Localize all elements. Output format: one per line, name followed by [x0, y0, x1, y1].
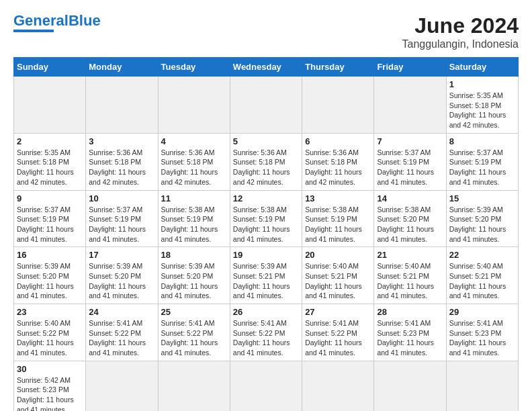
calendar-cell	[446, 361, 518, 411]
header-day: Monday	[86, 58, 158, 77]
day-info: Sunrise: 5:41 AM Sunset: 5:22 PM Dayligh…	[233, 318, 299, 358]
day-number: 17	[89, 250, 154, 260]
day-number: 28	[377, 307, 443, 317]
calendar-cell: 12Sunrise: 5:38 AM Sunset: 5:19 PM Dayli…	[230, 190, 302, 247]
calendar-cell: 14Sunrise: 5:38 AM Sunset: 5:20 PM Dayli…	[374, 190, 446, 247]
day-info: Sunrise: 5:39 AM Sunset: 5:20 PM Dayligh…	[17, 261, 83, 301]
calendar-cell: 4Sunrise: 5:36 AM Sunset: 5:18 PM Daylig…	[158, 133, 230, 190]
calendar-week-row: 16Sunrise: 5:39 AM Sunset: 5:20 PM Dayli…	[14, 247, 519, 304]
calendar-cell	[230, 77, 302, 134]
header-row: SundayMondayTuesdayWednesdayThursdayFrid…	[14, 58, 519, 77]
calendar-cell: 1Sunrise: 5:35 AM Sunset: 5:18 PM Daylig…	[446, 77, 518, 134]
day-number: 14	[377, 193, 443, 203]
day-number: 27	[305, 307, 371, 317]
day-info: Sunrise: 5:38 AM Sunset: 5:20 PM Dayligh…	[377, 205, 443, 244]
calendar-cell: 18Sunrise: 5:39 AM Sunset: 5:20 PM Dayli…	[158, 247, 230, 304]
calendar-week-row: 23Sunrise: 5:40 AM Sunset: 5:22 PM Dayli…	[14, 304, 519, 361]
day-info: Sunrise: 5:41 AM Sunset: 5:23 PM Dayligh…	[449, 318, 515, 358]
calendar-cell: 30Sunrise: 5:42 AM Sunset: 5:23 PM Dayli…	[14, 361, 86, 411]
day-number: 22	[449, 250, 515, 260]
day-info: Sunrise: 5:40 AM Sunset: 5:21 PM Dayligh…	[305, 261, 371, 301]
day-number: 3	[89, 136, 154, 146]
calendar-cell: 25Sunrise: 5:41 AM Sunset: 5:22 PM Dayli…	[158, 304, 230, 361]
day-info: Sunrise: 5:41 AM Sunset: 5:23 PM Dayligh…	[377, 318, 443, 358]
calendar-cell: 24Sunrise: 5:41 AM Sunset: 5:22 PM Dayli…	[86, 304, 158, 361]
calendar-cell: 23Sunrise: 5:40 AM Sunset: 5:22 PM Dayli…	[14, 304, 86, 361]
day-info: Sunrise: 5:41 AM Sunset: 5:22 PM Dayligh…	[89, 318, 154, 358]
calendar-cell: 8Sunrise: 5:37 AM Sunset: 5:19 PM Daylig…	[446, 133, 518, 190]
day-info: Sunrise: 5:35 AM Sunset: 5:18 PM Dayligh…	[449, 91, 515, 130]
calendar-cell	[374, 361, 446, 411]
day-info: Sunrise: 5:41 AM Sunset: 5:22 PM Dayligh…	[161, 318, 227, 358]
day-info: Sunrise: 5:40 AM Sunset: 5:21 PM Dayligh…	[449, 261, 515, 301]
day-info: Sunrise: 5:38 AM Sunset: 5:19 PM Dayligh…	[305, 205, 371, 244]
logo-text: GeneralBlue	[13, 13, 101, 28]
calendar-cell	[302, 77, 374, 134]
calendar-cell: 27Sunrise: 5:41 AM Sunset: 5:22 PM Dayli…	[302, 304, 374, 361]
day-info: Sunrise: 5:37 AM Sunset: 5:19 PM Dayligh…	[89, 205, 154, 244]
day-number: 30	[17, 364, 83, 374]
day-number: 2	[17, 136, 83, 146]
day-number: 16	[17, 250, 83, 260]
calendar-cell: 5Sunrise: 5:36 AM Sunset: 5:18 PM Daylig…	[230, 133, 302, 190]
day-info: Sunrise: 5:40 AM Sunset: 5:21 PM Dayligh…	[377, 261, 443, 301]
calendar-table: SundayMondayTuesdayWednesdayThursdayFrid…	[13, 57, 519, 411]
day-info: Sunrise: 5:39 AM Sunset: 5:20 PM Dayligh…	[449, 205, 515, 244]
calendar-cell	[14, 77, 86, 134]
calendar-body: 1Sunrise: 5:35 AM Sunset: 5:18 PM Daylig…	[14, 77, 519, 412]
day-info: Sunrise: 5:36 AM Sunset: 5:18 PM Dayligh…	[305, 148, 371, 187]
title-block: June 2024 Tanggulangin, Indonesia	[402, 13, 519, 50]
day-info: Sunrise: 5:39 AM Sunset: 5:21 PM Dayligh…	[233, 261, 299, 301]
day-number: 1	[449, 79, 515, 89]
calendar-cell: 3Sunrise: 5:36 AM Sunset: 5:18 PM Daylig…	[86, 133, 158, 190]
calendar-cell: 17Sunrise: 5:39 AM Sunset: 5:20 PM Dayli…	[86, 247, 158, 304]
day-info: Sunrise: 5:36 AM Sunset: 5:18 PM Dayligh…	[161, 148, 227, 187]
calendar-cell: 22Sunrise: 5:40 AM Sunset: 5:21 PM Dayli…	[446, 247, 518, 304]
calendar-cell: 26Sunrise: 5:41 AM Sunset: 5:22 PM Dayli…	[230, 304, 302, 361]
header-day: Friday	[374, 58, 446, 77]
day-number: 10	[89, 193, 154, 203]
day-number: 5	[233, 136, 299, 146]
day-info: Sunrise: 5:35 AM Sunset: 5:18 PM Dayligh…	[17, 148, 83, 187]
day-info: Sunrise: 5:38 AM Sunset: 5:19 PM Dayligh…	[233, 205, 299, 244]
calendar-cell: 16Sunrise: 5:39 AM Sunset: 5:20 PM Dayli…	[14, 247, 86, 304]
calendar-cell: 7Sunrise: 5:37 AM Sunset: 5:19 PM Daylig…	[374, 133, 446, 190]
page-header: GeneralBlue June 2024 Tanggulangin, Indo…	[13, 13, 519, 50]
day-info: Sunrise: 5:36 AM Sunset: 5:18 PM Dayligh…	[89, 148, 154, 187]
day-number: 21	[377, 250, 443, 260]
calendar-cell: 19Sunrise: 5:39 AM Sunset: 5:21 PM Dayli…	[230, 247, 302, 304]
day-number: 7	[377, 136, 443, 146]
calendar-cell	[302, 361, 374, 411]
logo-bar	[13, 30, 54, 32]
calendar-cell: 9Sunrise: 5:37 AM Sunset: 5:19 PM Daylig…	[14, 190, 86, 247]
day-number: 15	[449, 193, 515, 203]
day-info: Sunrise: 5:39 AM Sunset: 5:20 PM Dayligh…	[161, 261, 227, 301]
day-number: 20	[305, 250, 371, 260]
calendar-week-row: 1Sunrise: 5:35 AM Sunset: 5:18 PM Daylig…	[14, 77, 519, 134]
day-number: 9	[17, 193, 83, 203]
day-info: Sunrise: 5:41 AM Sunset: 5:22 PM Dayligh…	[305, 318, 371, 358]
day-info: Sunrise: 5:37 AM Sunset: 5:19 PM Dayligh…	[17, 205, 83, 244]
calendar-cell: 11Sunrise: 5:38 AM Sunset: 5:19 PM Dayli…	[158, 190, 230, 247]
day-number: 25	[161, 307, 227, 317]
calendar-cell: 20Sunrise: 5:40 AM Sunset: 5:21 PM Dayli…	[302, 247, 374, 304]
calendar-cell	[86, 77, 158, 134]
day-info: Sunrise: 5:37 AM Sunset: 5:19 PM Dayligh…	[377, 148, 443, 187]
calendar-cell	[230, 361, 302, 411]
day-info: Sunrise: 5:36 AM Sunset: 5:18 PM Dayligh…	[233, 148, 299, 187]
calendar-cell: 2Sunrise: 5:35 AM Sunset: 5:18 PM Daylig…	[14, 133, 86, 190]
logo: GeneralBlue	[13, 13, 101, 32]
header-day: Thursday	[302, 58, 374, 77]
day-number: 6	[305, 136, 371, 146]
header-day: Saturday	[446, 58, 518, 77]
day-number: 23	[17, 307, 83, 317]
calendar-week-row: 2Sunrise: 5:35 AM Sunset: 5:18 PM Daylig…	[14, 133, 519, 190]
logo-general: General	[13, 12, 69, 29]
calendar-cell: 28Sunrise: 5:41 AM Sunset: 5:23 PM Dayli…	[374, 304, 446, 361]
calendar-cell: 21Sunrise: 5:40 AM Sunset: 5:21 PM Dayli…	[374, 247, 446, 304]
day-info: Sunrise: 5:40 AM Sunset: 5:22 PM Dayligh…	[17, 318, 83, 358]
calendar-cell	[86, 361, 158, 411]
day-number: 19	[233, 250, 299, 260]
calendar-cell: 6Sunrise: 5:36 AM Sunset: 5:18 PM Daylig…	[302, 133, 374, 190]
calendar-cell	[374, 77, 446, 134]
